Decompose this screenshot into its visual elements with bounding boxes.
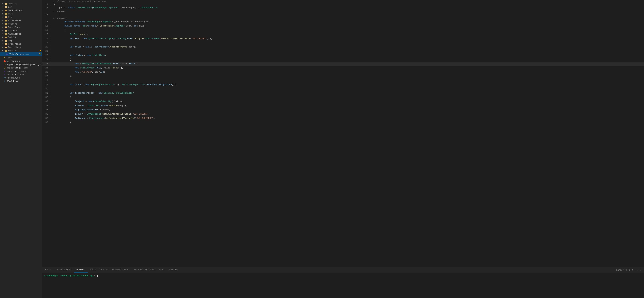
panel-close-icon[interactable]: ✕ [640, 269, 641, 271]
sidebar-item-label: TokenService.cs [10, 53, 38, 56]
line-gutter [50, 58, 53, 62]
folder-src-icon [5, 33, 8, 35]
svg-rect-23 [5, 40, 6, 41]
code-content [53, 87, 644, 90]
sidebar-item-label: Dtos [8, 16, 42, 19]
bottom-tab-comments[interactable]: COMMENTS [167, 267, 180, 273]
bottom-tab-terminal[interactable]: TERMINAL [74, 267, 88, 273]
sidebar-item-service[interactable]: ▾Service [0, 49, 42, 52]
bottom-tab-ports[interactable]: PORTS [88, 267, 98, 273]
sidebar-item-interfaces[interactable]: ›Interfaces [0, 26, 42, 29]
code-content: var claims = new List<Claim> [53, 54, 644, 57]
sidebar-tree: ›.config›bin›Controllers›Data›Dtos›Exten… [0, 2, 42, 83]
ref-info-line: 5 references [42, 17, 644, 20]
line-gutter [50, 29, 53, 33]
line-number: 12 [42, 6, 50, 9]
sidebar-item-repository[interactable]: ›Repository [0, 46, 42, 49]
sidebar-item-controllers[interactable]: ›Controllers [0, 9, 42, 12]
sidebar-item-csproj[interactable]: ◎peace-api.csproj [0, 70, 42, 73]
line-gutter [50, 13, 53, 17]
sidebar-item-sln[interactable]: ◎peace-api.sln [0, 73, 42, 76]
line-number: 32 [42, 96, 50, 99]
sidebar-item-properties[interactable]: ›Properties [0, 42, 42, 46]
code-content: { [53, 29, 644, 32]
program-icon: C# [3, 77, 6, 79]
line-gutter [50, 45, 53, 50]
line-number: 18 [42, 37, 50, 40]
sidebar-item-program[interactable]: C#Program.cs [0, 76, 42, 80]
code-area[interactable]: 1 reference | You, 4 seconds ago | 1 aut… [42, 0, 644, 267]
bottom-tab-debug_console[interactable]: DEBUG CONSOLE [54, 267, 74, 273]
code-line: 12 public class TokenService(UserManager… [42, 6, 644, 10]
modified-badge: M [39, 53, 40, 56]
sidebar-item-helpers[interactable]: ›Helpers [0, 22, 42, 26]
line-gutter [50, 71, 53, 75]
code-content: Subject = new ClaimsIdentity(claims), [53, 100, 644, 103]
sidebar-item-migrations[interactable]: ›Migrations [0, 32, 42, 36]
main-content: 1 reference | You, 4 seconds ago | 1 aut… [42, 0, 644, 298]
sidebar-item-dtos[interactable]: ›Dtos [0, 16, 42, 19]
terminal-content[interactable]: ◇ moneer@pc:~/Desktop/dotnet/peace-api$ [42, 273, 644, 298]
code-content: new (ClaimTypes.Role, roles.First()), [53, 66, 644, 70]
line-number: 31 [42, 91, 50, 95]
sidebar-item-label: Repository [8, 46, 42, 49]
bottom-tab-nuget[interactable]: NUGET [157, 267, 167, 273]
sidebar-item-data[interactable]: ›Data [0, 12, 42, 16]
terminal-add-icon[interactable]: ＋ [625, 268, 628, 271]
bottom-tab-postman_console[interactable]: POSTMAN CONSOLE [110, 267, 132, 273]
folder-icon [5, 6, 8, 9]
line-number: 30 [42, 87, 50, 90]
sidebar-item-label: README.md [7, 80, 42, 83]
sidebar-item-extensions[interactable]: ›Extensions [0, 19, 42, 22]
line-number: 33 [42, 100, 50, 103]
sidebar-item-models[interactable]: ›Models [0, 36, 42, 39]
terminal-split-icon[interactable]: ⧉ [628, 269, 630, 271]
sidebar-item-appsettings[interactable]: {}appsettings.json [0, 66, 42, 70]
ref-info-line: 1 reference | You, 4 seconds ago | 1 aut… [42, 0, 644, 3]
terminal-new-icon[interactable]: bash ˅ [616, 269, 624, 271]
sidebar-item-gitignore[interactable]: ⬤.gitignore [0, 59, 42, 63]
svg-rect-1 [5, 3, 6, 4]
line-gutter [50, 108, 53, 112]
code-content: new (JwtRegisteredClaimNames.Email, user… [53, 62, 644, 65]
line-gutter [50, 83, 53, 87]
code-content: } [53, 121, 644, 124]
sidebar-item-mappers[interactable]: ›Mappers [0, 29, 42, 32]
code-content: public async Task<string?> CreateToken(A… [53, 24, 644, 28]
code-line: 16 { [42, 29, 644, 33]
code-line: 38 } [42, 121, 644, 125]
sidebar-item-label: Program.cs [7, 77, 42, 79]
line-gutter [50, 41, 53, 45]
line-number: 25 [42, 66, 50, 70]
sidebar-item-bin[interactable]: ›bin [0, 5, 42, 9]
line-number: 14 [42, 20, 50, 23]
sidebar-item-label: peace-api.sln [7, 73, 42, 76]
sidebar: ›.config›bin›Controllers›Data›Dtos›Exten… [0, 0, 42, 298]
sidebar-item-appsettings_dev[interactable]: {}appsettings.Development.json [0, 63, 42, 66]
sidebar-item-config[interactable]: ›.config [0, 2, 42, 5]
bottom-tab-output[interactable]: OUTPUT [43, 267, 54, 273]
line-gutter [50, 100, 53, 104]
sidebar-item-obj[interactable]: ›obj [0, 39, 42, 42]
bottom-tab-polyglot_notebook[interactable]: POLYGLOT NOTEBOOK [132, 267, 157, 273]
sidebar-item-label: Helpers [8, 23, 42, 25]
csproj-icon: ◎ [3, 70, 6, 73]
line-gutter [50, 33, 53, 37]
bottom-tab-gitlens[interactable]: GITLENS [98, 267, 110, 273]
line-number: 21 [42, 50, 50, 53]
code-line: 28 [42, 79, 644, 83]
ref-text: 1 reference [53, 10, 66, 13]
code-line: 23 { [42, 58, 644, 62]
sidebar-item-tokenservice[interactable]: C#TokenService.csM [0, 52, 42, 56]
terminal-more-icon[interactable]: ··· [634, 269, 639, 271]
env-icon: ⚙ [3, 56, 6, 59]
ref-text: 1 reference | You, 4 seconds ago | 1 aut… [53, 0, 108, 3]
ref-info-line: 1 reference [42, 10, 644, 13]
line-number: 34 [42, 104, 50, 107]
code-line: 27 }; [42, 75, 644, 79]
terminal-kill-icon[interactable]: 🗑 [631, 269, 634, 271]
svg-rect-9 [5, 17, 6, 17]
sidebar-item-readme[interactable]: ℹREADME.md [0, 80, 42, 83]
arrow-icon: › [2, 33, 5, 35]
sidebar-item-env[interactable]: ⚙.env [0, 56, 42, 59]
